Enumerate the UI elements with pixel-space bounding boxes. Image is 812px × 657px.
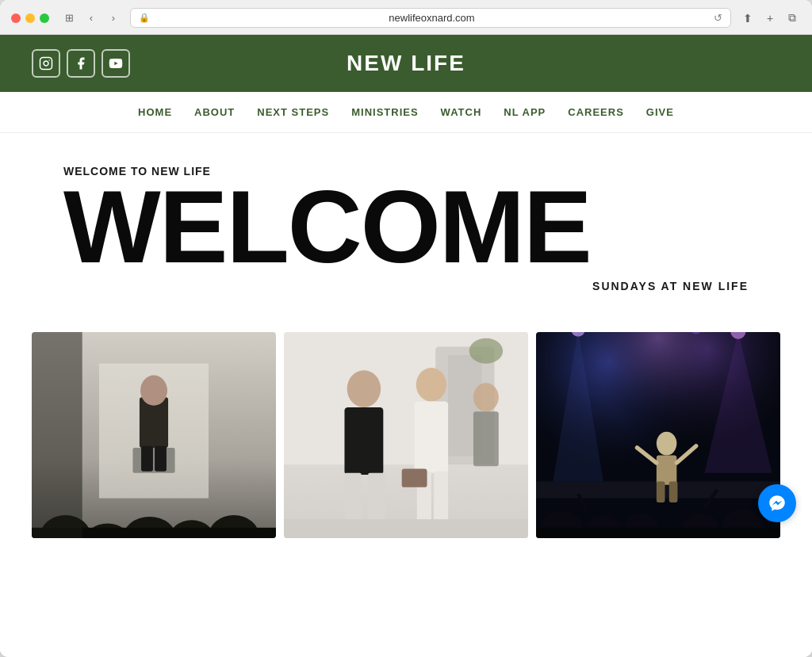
nav-careers[interactable]: CAREERS [568,106,624,118]
photo-grid-wrapper [0,308,812,538]
youtube-icon[interactable] [102,49,130,78]
forward-button[interactable]: › [105,10,122,27]
minimize-button[interactable] [25,13,35,23]
svg-point-22 [347,370,381,407]
svg-point-7 [140,376,167,406]
close-button[interactable] [11,13,21,23]
svg-rect-27 [415,402,448,473]
svg-rect-25 [368,473,385,524]
svg-point-45 [657,432,676,456]
svg-rect-30 [402,468,427,487]
back-button[interactable]: ‹ [82,10,100,27]
share-icon[interactable]: ⬆ [739,10,756,27]
svg-rect-47 [657,481,665,502]
svg-rect-33 [284,519,528,538]
svg-rect-32 [473,411,499,466]
hero-section: WELCOME TO NEW LIFE WELCOME SUNDAYS AT N… [0,133,812,308]
svg-rect-0 [40,58,52,70]
site-logo[interactable]: NEW LIFE [347,51,465,76]
nav-about[interactable]: ABOUT [194,106,235,118]
reload-icon[interactable]: ↺ [714,12,722,24]
site-header: NEW LIFE [0,35,812,92]
instagram-icon[interactable] [32,49,60,78]
svg-rect-8 [141,446,153,472]
browser-actions: ⬆ + ⧉ [739,10,801,27]
nav-nl-app[interactable]: NL APP [504,106,546,118]
browser-controls: ⊞ ‹ › [60,10,122,27]
svg-point-21 [469,338,503,364]
svg-point-31 [473,383,499,411]
tabs-icon[interactable]: ⧉ [783,10,801,27]
photo-worship [536,332,780,538]
lock-icon: 🔒 [139,13,150,23]
svg-rect-29 [434,472,448,524]
site-content: NEW LIFE HOME ABOUT NEXT STEPS MINISTRIE… [0,35,812,657]
traffic-lights [11,13,49,23]
browser-chrome: ⊞ ‹ › 🔒 newlifeoxnard.com ↺ ⬆ + ⧉ [0,0,812,35]
nav-watch[interactable]: WATCH [441,106,482,118]
nav-home[interactable]: HOME [138,106,172,118]
browser-window: ⊞ ‹ › 🔒 newlifeoxnard.com ↺ ⬆ + ⧉ [0,0,812,657]
svg-rect-46 [657,455,676,484]
photo-grid [0,308,812,538]
svg-point-26 [416,368,446,401]
nav-next-steps[interactable]: NEXT STEPS [257,106,329,118]
nav-give[interactable]: GIVE [646,106,674,118]
hero-title: WELCOME [63,181,749,273]
nav-ministries[interactable]: MINISTRIES [351,106,418,118]
fullscreen-button[interactable] [40,13,49,23]
svg-rect-9 [155,446,167,472]
site-nav: HOME ABOUT NEXT STEPS MINISTRIES WATCH N… [0,92,812,133]
svg-rect-24 [344,473,361,524]
messenger-button[interactable] [758,484,796,522]
photo-gathering [284,332,528,538]
svg-rect-5 [132,448,174,473]
address-bar-container[interactable]: 🔒 newlifeoxnard.com ↺ [130,8,731,28]
new-tab-icon[interactable]: + [761,10,779,27]
svg-rect-56 [536,528,780,538]
facebook-icon[interactable] [67,49,95,78]
window-tile-icon[interactable]: ⊞ [60,10,78,27]
svg-rect-16 [32,332,82,538]
social-icons [32,49,130,78]
url-display[interactable]: newlifeoxnard.com [155,12,709,24]
svg-rect-48 [669,481,678,502]
svg-rect-23 [344,407,383,475]
photo-pastor [32,332,276,538]
